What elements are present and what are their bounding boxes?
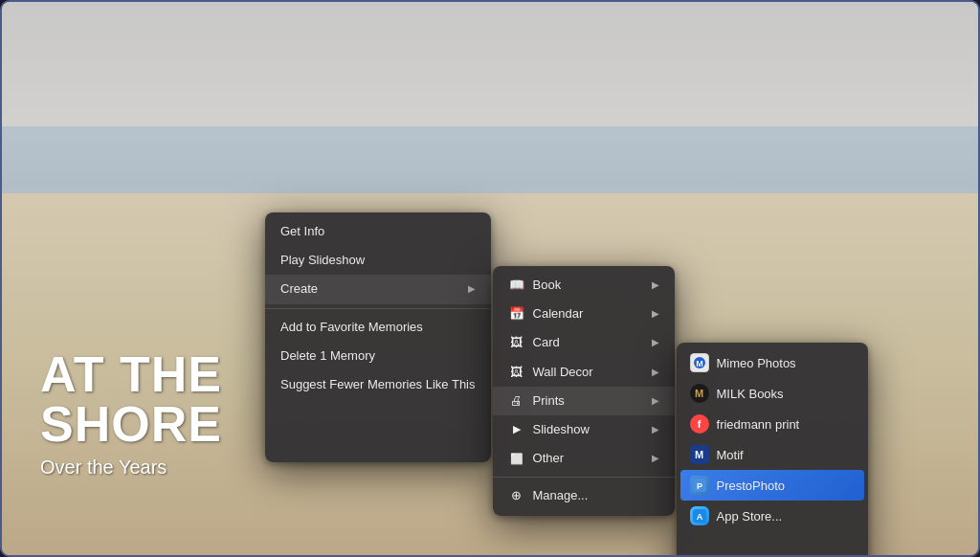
- wall-decor-arrow-icon: ▶: [652, 366, 659, 379]
- other-icon: [508, 450, 525, 467]
- text-overlay: AT THE SHORE Over the Years: [40, 349, 222, 479]
- prints-arrow-icon: ▶: [652, 394, 659, 408]
- prints-item-appstore[interactable]: A App Store...: [677, 501, 868, 531]
- manage-icon: [508, 487, 525, 504]
- prints-item-presto[interactable]: P PrestoPhoto: [680, 470, 864, 501]
- menu-item-add-favorite[interactable]: Add to Favorite Memories: [265, 313, 491, 342]
- menu-item-suggest-fewer[interactable]: Suggest Fewer Memories Like This: [265, 370, 491, 399]
- prints-item-motif[interactable]: M Motif: [677, 439, 868, 470]
- calendar-arrow-icon: ▶: [652, 307, 659, 321]
- prints-item-milk[interactable]: M MILK Books: [677, 378, 868, 409]
- submenu-item-slideshow[interactable]: Slideshow ▶: [493, 415, 675, 444]
- main-context-menu: Get Info Play Slideshow Create ▶ Add to …: [265, 212, 491, 462]
- card-arrow-icon: ▶: [652, 336, 659, 349]
- app-window: AT THE SHORE Over the Years Get Info Pla…: [0, 0, 980, 557]
- submenu-item-calendar[interactable]: Calendar ▶: [493, 300, 675, 328]
- motif-icon: M: [690, 445, 709, 464]
- submenu-item-wall-decor[interactable]: Wall Decor ▶: [493, 358, 675, 387]
- friedmann-icon: f: [690, 414, 709, 434]
- create-submenu: Book ▶ Calendar ▶ Card ▶: [493, 266, 675, 516]
- card-icon: [508, 334, 525, 351]
- submenu-item-book[interactable]: Book ▶: [493, 271, 675, 300]
- menu-separator-1: [265, 308, 491, 309]
- menu-item-create[interactable]: Create ▶: [265, 275, 491, 303]
- submenu-item-manage[interactable]: Manage...: [493, 481, 675, 510]
- presto-icon: P: [690, 476, 709, 495]
- milk-icon: M: [690, 384, 709, 403]
- prints-item-mimeo[interactable]: M Mimeo Photos: [677, 347, 868, 378]
- menu-item-delete-memory[interactable]: Delete 1 Memory: [265, 342, 491, 370]
- submenu-item-card[interactable]: Card ▶: [493, 328, 675, 357]
- prints-item-friedmann[interactable]: f friedmann print: [677, 409, 868, 439]
- prints-submenu: M Mimeo Photos M MILK Books f friedmann …: [677, 343, 868, 557]
- book-arrow-icon: ▶: [652, 278, 659, 292]
- slideshow-icon: [508, 421, 525, 438]
- menu-item-play-slideshow[interactable]: Play Slideshow: [265, 246, 491, 275]
- mimeo-icon: M: [690, 353, 709, 372]
- subtitle: Over the Years: [40, 457, 222, 479]
- submenu-item-other[interactable]: Other ▶: [493, 444, 675, 473]
- book-icon: [508, 277, 525, 294]
- appstore-icon: A: [690, 506, 709, 525]
- svg-text:M: M: [696, 359, 703, 368]
- submenu-item-prints[interactable]: Prints ▶: [493, 387, 675, 415]
- svg-text:A: A: [696, 512, 702, 522]
- wall-decor-icon: [508, 364, 525, 381]
- other-arrow-icon: ▶: [652, 452, 659, 465]
- context-menu-area: Get Info Play Slideshow Create ▶ Add to …: [265, 212, 868, 462]
- submenu-separator: [493, 477, 675, 478]
- calendar-icon: [508, 305, 525, 323]
- prints-icon: [508, 392, 525, 410]
- slideshow-arrow-icon: ▶: [652, 423, 659, 436]
- menu-item-get-info[interactable]: Get Info: [265, 217, 491, 246]
- main-title: AT THE SHORE: [40, 349, 222, 449]
- create-arrow-icon: ▶: [468, 282, 476, 296]
- svg-text:P: P: [697, 481, 702, 491]
